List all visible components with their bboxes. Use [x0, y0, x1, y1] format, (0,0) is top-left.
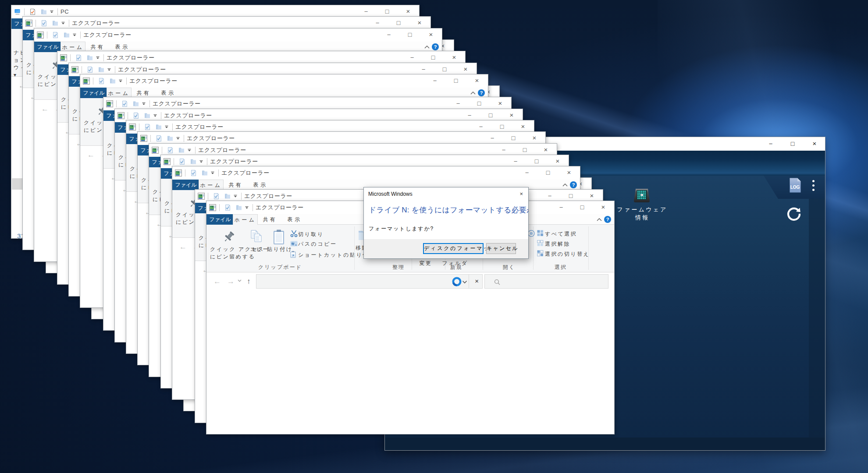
- svg-text:LOG: LOG: [790, 185, 800, 190]
